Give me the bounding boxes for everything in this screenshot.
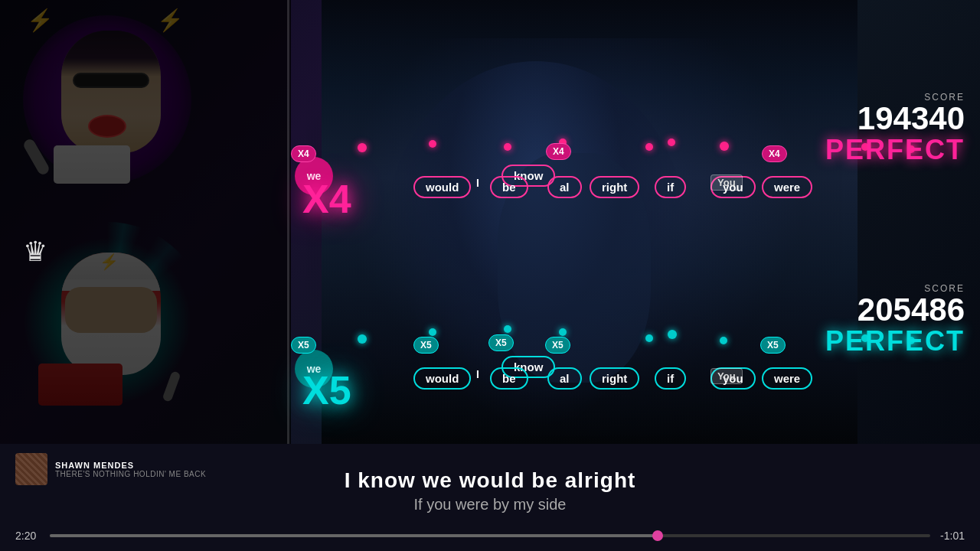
player2-be-word: be [490, 367, 528, 390]
player2-would-word: would [413, 367, 471, 390]
player1-note-you [720, 142, 729, 151]
progress-bar[interactable] [50, 534, 930, 537]
time-remaining: -1:01 [938, 530, 965, 542]
player2-al-multiplier: X5 [545, 337, 570, 354]
player2-note-if [668, 330, 677, 339]
player1-note-right [645, 143, 653, 151]
player2-note-would [429, 328, 436, 336]
song-meta: SHAWN MENDES THERE'S NOTHING HOLDIN' ME … [55, 461, 206, 478]
player1-were-word: were [762, 176, 812, 198]
player1-score-value: 194340 [825, 103, 965, 135]
lyric-line2: If you were by my side [414, 496, 567, 514]
player1-note-be [504, 143, 511, 151]
player1-would-word: would [413, 176, 471, 198]
player2-i-word: I [469, 365, 487, 383]
player2-score-value: 205486 [825, 294, 965, 326]
player1-we-multiplier: X4 [291, 145, 316, 162]
player2-crown-icon: ♛ [23, 236, 47, 268]
player1-note-1 [358, 143, 367, 152]
song-info: SHAWN MENDES THERE'S NOTHING HOLDIN' ME … [15, 453, 206, 485]
left-panel-overlay [0, 0, 291, 444]
player1-be-word: be [490, 176, 528, 198]
player2-would-multiplier: X5 [413, 337, 439, 354]
player2-if-word: if [655, 367, 686, 390]
time-current: 2:20 [15, 530, 42, 542]
player2-rating: PERFECT [825, 326, 965, 357]
track-divider [287, 0, 289, 444]
player1-i-word: I [469, 174, 487, 192]
player2-be-multiplier: X5 [488, 334, 514, 351]
player2-note-be [504, 325, 511, 333]
player1-note-if [668, 139, 675, 146]
lyric-line1: I know we would be alright [345, 468, 636, 493]
player2-note-you [720, 337, 727, 344]
progress-area: 2:20 -1:01 [0, 530, 980, 551]
player1-note-would [429, 140, 436, 148]
player1-big-multiplier: X4 [302, 176, 351, 222]
player1-rating: PERFECT [825, 135, 965, 165]
bottom-bar: SHAWN MENDES THERE'S NOTHING HOLDIN' ME … [0, 444, 980, 551]
player2-were-word: were [762, 367, 812, 390]
player2-al-word: al [547, 367, 582, 390]
player2-you-badge: You [710, 368, 743, 384]
player2-right-word: right [590, 367, 639, 390]
player2-were-multiplier: X5 [760, 337, 786, 354]
player1-right-word: right [590, 176, 639, 198]
player2-note-1 [358, 334, 367, 344]
player2-score-panel: SCORE 205486 PERFECT [825, 283, 965, 357]
player2-note-al [559, 328, 567, 336]
player2-we-multiplier: X5 [291, 337, 316, 354]
player1-if-word: if [655, 176, 686, 198]
player1-al-multiplier: X4 [546, 143, 571, 160]
player1-al-word: al [547, 176, 582, 198]
progress-dot [652, 530, 663, 541]
progress-fill [50, 534, 658, 537]
player1-score-panel: SCORE 194340 PERFECT [825, 92, 965, 165]
song-title: THERE'S NOTHING HOLDIN' ME BACK [55, 470, 206, 478]
song-thumbnail [15, 453, 47, 485]
player2-note-right [645, 334, 653, 342]
song-artist: SHAWN MENDES [55, 461, 206, 470]
player1-you-badge: You [710, 174, 743, 191]
player2-big-multiplier: X5 [302, 367, 351, 413]
player1-were-multiplier: X4 [762, 145, 787, 162]
